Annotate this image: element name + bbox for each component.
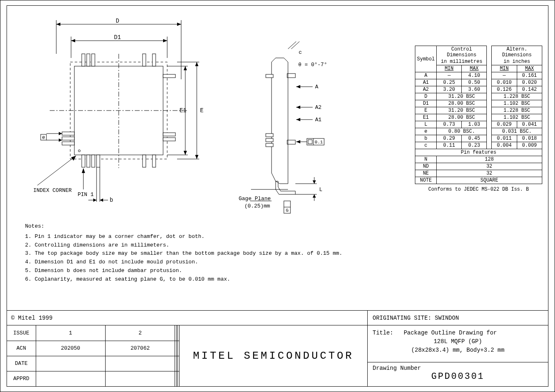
dim-A2-label: A2 bbox=[315, 104, 322, 111]
dim-row-E1: E1 bbox=[415, 114, 437, 121]
pin1-label: PIN 1 bbox=[78, 191, 94, 198]
svg-rect-60 bbox=[266, 143, 273, 147]
svg-rect-27 bbox=[92, 155, 95, 167]
svg-rect-28 bbox=[97, 155, 100, 167]
svg-marker-56 bbox=[184, 151, 187, 155]
svg-marker-75 bbox=[296, 140, 300, 143]
dim-row-A: A bbox=[415, 72, 437, 79]
svg-marker-41 bbox=[100, 198, 103, 202]
svg-line-32 bbox=[37, 156, 76, 185]
dim-e-label: e bbox=[42, 135, 45, 141]
svg-marker-50 bbox=[195, 62, 198, 66]
dim-E1-label: E1 bbox=[180, 107, 187, 114]
hdr-control-units: in millimetres bbox=[437, 58, 487, 65]
svg-rect-18 bbox=[152, 54, 156, 66]
note-1: 1. Pin 1 indicator may be a corner chamf… bbox=[25, 233, 542, 241]
dim-b-label: b bbox=[110, 197, 113, 203]
svg-marker-68 bbox=[296, 106, 300, 109]
dim-A-label: A bbox=[315, 84, 318, 90]
package-top-view: D D1 bbox=[33, 13, 185, 198]
svg-text:G: G bbox=[286, 208, 289, 213]
hdr-altern-units: in inches bbox=[492, 58, 542, 65]
svg-rect-58 bbox=[266, 134, 273, 137]
note-2: 2. Controlling dimensions are in millime… bbox=[25, 241, 542, 250]
svg-marker-9 bbox=[163, 39, 167, 42]
dim-L-label: L bbox=[319, 187, 322, 193]
dim-row-c: c bbox=[415, 142, 437, 149]
svg-marker-3 bbox=[56, 23, 60, 26]
dim-A1-label: A1 bbox=[315, 117, 322, 123]
package-side-view: c θ = 0°-7° A A2 A1 0.1 bbox=[226, 37, 321, 214]
svg-rect-30 bbox=[152, 155, 156, 167]
svg-rect-15 bbox=[87, 54, 90, 66]
note-4: 4. Dimension D1 and E1 do not include mo… bbox=[25, 258, 542, 267]
svg-marker-51 bbox=[195, 155, 198, 159]
dim-row-D1: D1 bbox=[415, 100, 437, 107]
svg-rect-21 bbox=[163, 138, 175, 141]
svg-rect-22 bbox=[62, 132, 74, 135]
svg-marker-40 bbox=[93, 198, 97, 202]
svg-rect-23 bbox=[62, 137, 74, 140]
note-3: 3. The top package body size may be smal… bbox=[25, 249, 542, 258]
dim-row-e: e bbox=[415, 128, 437, 135]
note-6: 6. Coplanarity, measured at seating plan… bbox=[25, 275, 542, 284]
svg-rect-61 bbox=[287, 74, 295, 78]
svg-marker-70 bbox=[296, 118, 300, 121]
notes-section: Notes: 1. Pin 1 indicator may be a corne… bbox=[25, 222, 542, 284]
svg-marker-4 bbox=[177, 23, 181, 26]
dim-D1-label: D1 bbox=[114, 34, 121, 41]
revision-grid: ISSUE 1 2 ACN 202050 207062 DATE bbox=[7, 325, 180, 386]
dim-E-label: E bbox=[200, 107, 203, 114]
theta-label: θ = 0°-7° bbox=[298, 62, 327, 68]
flatness-tolerance: 0.1 bbox=[315, 140, 323, 145]
note-5: 5. Dimension b does not include dambar p… bbox=[25, 267, 542, 275]
svg-rect-59 bbox=[266, 138, 273, 142]
dim-row-A2: A2 bbox=[415, 86, 437, 93]
svg-marker-46 bbox=[59, 138, 62, 142]
svg-marker-8 bbox=[71, 39, 75, 42]
svg-rect-57 bbox=[266, 74, 273, 78]
dim-row-E: E bbox=[415, 107, 437, 114]
index-corner-label: INDEX CORNER bbox=[33, 187, 72, 194]
svg-rect-29 bbox=[143, 155, 146, 167]
svg-marker-35 bbox=[82, 168, 85, 173]
svg-point-31 bbox=[78, 150, 81, 152]
svg-rect-14 bbox=[82, 54, 85, 66]
svg-marker-80 bbox=[313, 180, 316, 184]
svg-rect-73 bbox=[308, 140, 312, 144]
drawing-title: Title: Package Outline Drawing for 128L … bbox=[368, 325, 548, 362]
hdr-symbol: Symbol bbox=[415, 46, 437, 72]
svg-marker-66 bbox=[296, 85, 300, 88]
svg-rect-62 bbox=[287, 140, 295, 144]
svg-rect-20 bbox=[163, 133, 175, 136]
company-name: MITEL SEMICONDUCTOR bbox=[180, 325, 367, 386]
svg-rect-25 bbox=[82, 155, 85, 167]
svg-rect-16 bbox=[92, 54, 95, 66]
svg-rect-17 bbox=[143, 54, 146, 66]
svg-rect-24 bbox=[62, 142, 74, 145]
hdr-control: Control Dimensions bbox=[437, 46, 487, 59]
dim-row-A1: A1 bbox=[415, 79, 437, 86]
svg-marker-44 bbox=[59, 132, 62, 135]
dim-row-L: L bbox=[415, 121, 437, 128]
dim-D-label: D bbox=[116, 18, 119, 24]
gage-plane-value: (0.25)mm bbox=[244, 203, 270, 209]
svg-line-63 bbox=[288, 42, 296, 49]
svg-line-64 bbox=[291, 42, 299, 49]
svg-rect-26 bbox=[87, 155, 90, 167]
dim-c-label: c bbox=[299, 49, 302, 55]
conforms-note: Conforms to JEDEC MS-022 DB Iss. B bbox=[415, 187, 542, 192]
svg-marker-33 bbox=[71, 156, 76, 161]
copyright: © Mitel 1999 bbox=[7, 311, 367, 325]
dim-row-b: b bbox=[415, 135, 437, 142]
title-block: © Mitel 1999 ORIGINATING SITE: SWINDON I… bbox=[7, 310, 548, 386]
svg-marker-81 bbox=[313, 194, 316, 198]
drawing-sheet: D D1 bbox=[0, 0, 555, 392]
dim-row-D: D bbox=[415, 93, 437, 100]
pin-features-header: Pin features bbox=[415, 149, 542, 156]
originating-site: ORIGINATING SITE: SWINDON bbox=[367, 311, 548, 325]
svg-marker-55 bbox=[184, 66, 187, 70]
drawing-number: Drawing Number GPD00301 bbox=[368, 362, 548, 386]
svg-rect-19 bbox=[163, 74, 175, 78]
notes-title: Notes: bbox=[25, 222, 542, 231]
